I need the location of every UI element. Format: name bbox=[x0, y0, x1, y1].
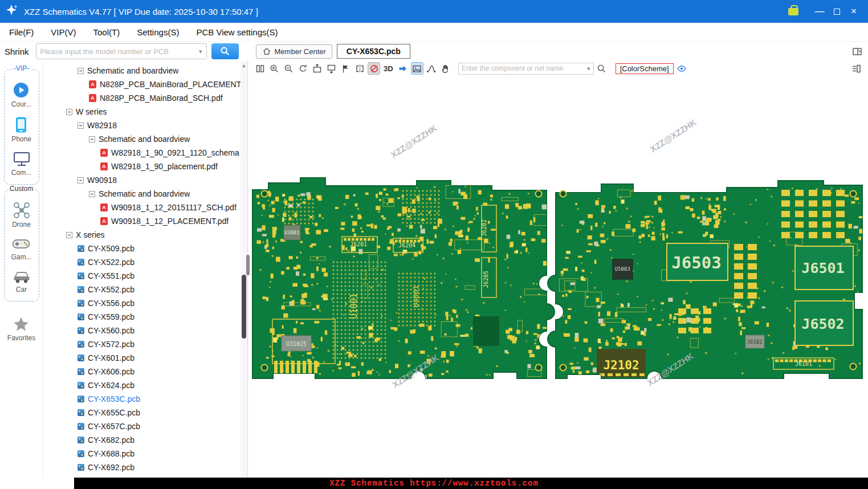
svg-text:J6101: J6101 bbox=[795, 361, 812, 367]
refresh-icon[interactable] bbox=[296, 62, 309, 75]
layers-panel-icon[interactable] bbox=[850, 62, 862, 75]
member-center-button[interactable]: Member Center bbox=[256, 44, 332, 59]
collapse-icon[interactable] bbox=[78, 68, 84, 74]
search-button[interactable] bbox=[211, 43, 239, 59]
sidebar-item-drone[interactable]: Drone bbox=[12, 202, 31, 229]
status-link[interactable]: XZZ Schematics https://www.xzztools.com bbox=[0, 478, 868, 489]
chevron-down-icon[interactable]: ▾ bbox=[199, 48, 202, 55]
car-icon bbox=[13, 269, 31, 284]
curve-measure-icon[interactable] bbox=[425, 62, 438, 75]
tree-item[interactable]: CY-X559.pcb bbox=[43, 310, 247, 324]
tree-item-label: CY-X624.pcb bbox=[88, 381, 135, 390]
tree-item[interactable]: CY-X606.pcb bbox=[43, 365, 247, 378]
menu-item-settingss[interactable]: Settings(S) bbox=[137, 27, 179, 37]
minimize-button[interactable]: — bbox=[811, 3, 828, 19]
sidebar-item-phone[interactable]: Phone bbox=[11, 116, 31, 143]
tree-item[interactable]: CY-X692.pcb bbox=[43, 461, 247, 474]
tree-item[interactable]: CY-X688.pcb bbox=[43, 447, 247, 461]
image-capture-icon[interactable] bbox=[411, 62, 423, 75]
tree-item[interactable]: CY-X522.pcb bbox=[43, 255, 247, 269]
tree-item[interactable]: CY-X552.pcb bbox=[43, 283, 247, 296]
panel-collapse-handle[interactable] bbox=[246, 255, 250, 275]
menu-item-toolt[interactable]: Tool(T) bbox=[93, 27, 120, 37]
tree-item[interactable]: N828P_PCB_MainBorad_PLACEMENT bbox=[43, 78, 247, 91]
tree-item[interactable]: CY-X551.pcb bbox=[43, 269, 247, 283]
arrow-select-icon[interactable] bbox=[397, 62, 409, 75]
tree-item[interactable]: W90918_1_12_PLACEMENT.pdf bbox=[43, 214, 247, 228]
tree-item[interactable]: CY-X682.pcb bbox=[43, 433, 247, 447]
flip-board-icon[interactable] bbox=[368, 62, 380, 75]
tree-item[interactable]: W82918_1_90_0921_1120_schema bbox=[43, 146, 247, 160]
pan-hand-icon[interactable] bbox=[439, 62, 452, 75]
tree-item[interactable]: CY-X601.pcb bbox=[43, 351, 247, 365]
collapse-icon[interactable] bbox=[89, 191, 95, 197]
svg-text:J6205: J6205 bbox=[483, 271, 489, 288]
tree-item[interactable]: W82918 bbox=[43, 119, 247, 132]
tree-item[interactable]: CY-X560.pcb bbox=[43, 324, 247, 337]
license-icon[interactable] bbox=[788, 8, 798, 15]
collapse-icon[interactable] bbox=[66, 109, 72, 115]
sidebar-item-course[interactable]: Cour... bbox=[11, 82, 31, 108]
collapse-icon[interactable] bbox=[78, 177, 84, 184]
tree-item[interactable]: W series bbox=[43, 105, 247, 119]
sidebar-item-favorites[interactable]: Favorites bbox=[7, 316, 35, 342]
sidebar-item-car[interactable]: Car bbox=[13, 269, 31, 294]
sidebar-item-computer[interactable]: Com... bbox=[11, 151, 31, 177]
collapse-icon[interactable] bbox=[66, 232, 72, 238]
collapse-icon[interactable] bbox=[89, 136, 95, 142]
computer-icon bbox=[13, 151, 30, 167]
tree-item[interactable]: Schematic and boardview bbox=[43, 132, 247, 146]
mirror-view-icon[interactable] bbox=[353, 62, 366, 75]
model-search-input[interactable] bbox=[40, 47, 197, 56]
close-panel-icon[interactable] bbox=[852, 47, 862, 56]
pages-layout-icon[interactable] bbox=[254, 62, 266, 75]
tree-item[interactable]: CY-X624.pcb bbox=[43, 378, 247, 392]
menu-item-filef[interactable]: File(F) bbox=[9, 27, 34, 37]
tree-item-label: CY-X657C.pcb bbox=[88, 422, 140, 431]
tree-item-label: CY-X606.pcb bbox=[88, 367, 135, 376]
collapse-icon[interactable] bbox=[78, 123, 84, 129]
tree-item[interactable]: CY-X655C.pcb bbox=[43, 406, 247, 419]
component-search-combobox[interactable]: ▾ bbox=[458, 63, 594, 75]
flag-marker-icon[interactable] bbox=[339, 62, 352, 75]
zoom-in-icon[interactable] bbox=[268, 62, 280, 75]
tree-item[interactable]: CY-X653C.pcb bbox=[43, 392, 247, 406]
pcb-file-icon bbox=[78, 259, 84, 266]
pcb-file-icon bbox=[78, 450, 84, 457]
pcb-canvas[interactable]: J6503J6501J6502J2102U1001U4001J6201J6204… bbox=[248, 76, 868, 478]
model-search-combobox[interactable]: ▾ bbox=[36, 43, 207, 59]
tree-item[interactable]: W82918_1_90_placement.pdf bbox=[43, 160, 247, 173]
eye-visibility-icon[interactable] bbox=[675, 62, 688, 75]
tree-item[interactable]: N828P_PCB_MainBorad_SCH.pdf bbox=[43, 91, 247, 105]
component-search-input[interactable] bbox=[462, 64, 585, 72]
tree-item[interactable]: W90918 bbox=[43, 173, 247, 187]
close-button[interactable]: × bbox=[845, 3, 862, 19]
statusbar: XZZ Schematics https://www.xzztools.com bbox=[0, 478, 868, 489]
tree-item[interactable]: Schematic and boardview bbox=[43, 187, 247, 201]
colorscheme-button[interactable]: [ColorScheme] bbox=[616, 63, 674, 74]
tree-item[interactable]: CY-X657C.pcb bbox=[43, 419, 247, 433]
scroll-up-icon[interactable] bbox=[242, 64, 246, 67]
tree-item[interactable]: W90918_1_12_20151117_SCH.pdf bbox=[43, 201, 247, 214]
tree-item[interactable]: CY-X509.pcb bbox=[43, 242, 247, 255]
component-search-icon[interactable] bbox=[596, 62, 608, 75]
shrink-button[interactable]: Shrink bbox=[5, 47, 29, 56]
tree-item[interactable]: CY-X556.pcb bbox=[43, 296, 247, 310]
scrollbar-thumb[interactable] bbox=[242, 275, 246, 339]
chevron-down-icon[interactable]: ▾ bbox=[587, 65, 590, 72]
tree-item[interactable]: Schematic and boardview bbox=[43, 64, 247, 78]
view-3d-button[interactable]: 3D bbox=[382, 64, 395, 73]
tree-item[interactable]: X series bbox=[43, 228, 247, 242]
drone-icon bbox=[13, 202, 30, 219]
custom-group-label: Custom bbox=[8, 185, 35, 193]
sidebar-item-game[interactable]: Gam... bbox=[11, 237, 31, 261]
maximize-button[interactable] bbox=[828, 3, 845, 19]
board-top-view-icon[interactable] bbox=[311, 62, 323, 75]
board-bottom-view-icon[interactable] bbox=[325, 62, 337, 75]
tree-item-label: N828P_PCB_MainBorad_PLACEMENT bbox=[100, 80, 241, 89]
zoom-out-icon[interactable] bbox=[282, 62, 295, 75]
tree-item[interactable]: CY-X572.pcb bbox=[43, 337, 247, 351]
menu-item-vipv[interactable]: VIP(V) bbox=[51, 27, 76, 37]
menu-item-pcbviewsettingss[interactable]: PCB View settings(S) bbox=[196, 27, 278, 37]
tab-cy-x653c-pcb[interactable]: CY-X653C.pcb bbox=[337, 44, 410, 59]
